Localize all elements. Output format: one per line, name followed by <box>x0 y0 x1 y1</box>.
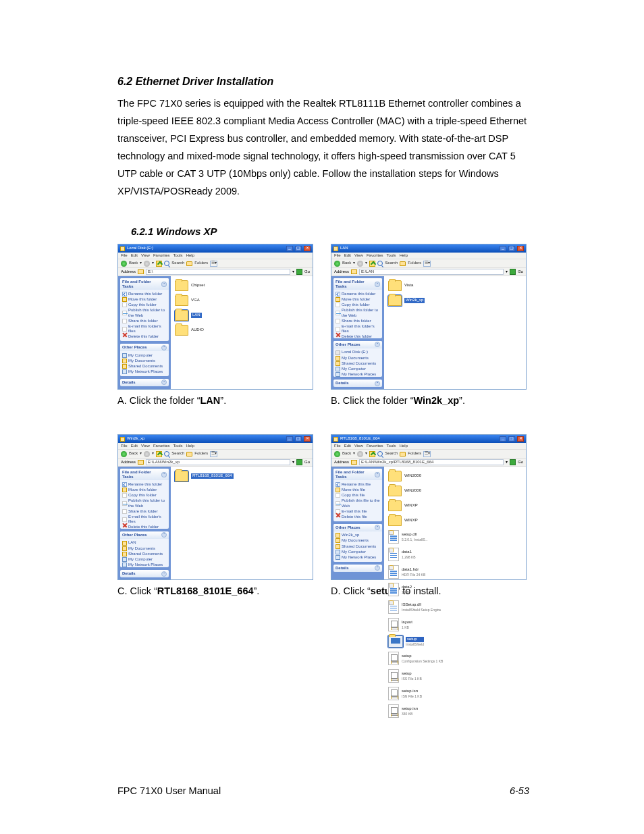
chevron-up-icon[interactable]: ˄ <box>161 532 167 538</box>
maximize-button[interactable]: ▢ <box>295 246 302 251</box>
content-item[interactable]: WIN2000 <box>388 471 452 481</box>
content-item[interactable]: setup.isn ISN File 1 KB <box>388 687 452 700</box>
folders-icon[interactable] <box>186 261 192 266</box>
place-item[interactable]: Win2k_xp <box>336 533 380 538</box>
title-bar[interactable]: RTL8168_8101E_664 _ ▢ ✕ <box>331 435 526 443</box>
task-item[interactable]: Rename this folder <box>122 481 167 487</box>
folders-label[interactable]: Folders <box>408 451 421 456</box>
address-input[interactable]: E:\LAN\Win2k_xp\RTL8168_8101E_664 <box>359 459 504 465</box>
folders-icon[interactable] <box>186 452 192 457</box>
content-item[interactable]: setup.isn 330 KB <box>388 704 452 718</box>
back-icon[interactable] <box>334 261 340 267</box>
task-item[interactable]: E-mail this folder's files <box>336 324 380 334</box>
place-item[interactable]: My Network Places <box>336 372 380 377</box>
place-item[interactable]: My Computer <box>122 557 167 563</box>
content-pane[interactable]: Vista Win2k_xp <box>384 276 526 389</box>
task-item[interactable]: Rename this file <box>336 481 380 487</box>
place-item[interactable]: My Documents <box>336 355 380 361</box>
back-icon[interactable] <box>121 261 127 267</box>
content-item[interactable]: layout 1 KB <box>388 618 452 631</box>
menu-item[interactable]: Tools <box>387 444 396 448</box>
menu-item[interactable]: File <box>334 444 341 448</box>
title-bar[interactable]: Win2k_xp _ ▢ ✕ <box>118 435 313 443</box>
content-item[interactable]: ISSetup.dll InstallShield Setup Engine <box>388 600 452 614</box>
menu-item[interactable]: Edit <box>131 253 138 258</box>
go-label[interactable]: Go <box>518 269 523 274</box>
place-item[interactable]: Shared Documents <box>336 361 380 366</box>
task-item[interactable]: Copy this folder <box>122 303 167 308</box>
chevron-up-icon[interactable]: ˄ <box>161 472 167 477</box>
menu-item[interactable]: Tools <box>387 253 396 258</box>
search-icon[interactable] <box>164 451 169 457</box>
content-item[interactable]: setup Configuration Settings 1 KB <box>388 652 452 665</box>
task-item[interactable]: E-mail this folder's files <box>122 324 167 334</box>
search-label[interactable]: Search <box>171 261 184 265</box>
task-item[interactable]: Share this folder <box>122 509 167 514</box>
close-button[interactable]: ✕ <box>517 436 524 442</box>
go-icon[interactable] <box>510 459 516 465</box>
menu-item[interactable]: View <box>141 444 150 448</box>
content-pane[interactable]: WIN2000 WIN2000 WINXP WINXP <box>384 467 526 579</box>
place-item[interactable]: Shared Documents <box>336 544 380 549</box>
content-item[interactable]: setup InstallShield <box>388 635 452 648</box>
title-bar[interactable]: Local Disk (E:) _ ▢ ✕ <box>118 244 313 253</box>
place-item[interactable]: My Network Places <box>122 369 167 375</box>
menu-item[interactable]: Favorites <box>367 253 383 258</box>
maximize-button[interactable]: ▢ <box>508 436 515 442</box>
close-button[interactable]: ✕ <box>304 436 311 442</box>
go-label[interactable]: Go <box>304 269 310 274</box>
menu-item[interactable]: Favorites <box>367 444 383 448</box>
chevron-down-icon[interactable]: ˅ <box>375 565 380 571</box>
place-item[interactable]: My Documents <box>122 358 167 363</box>
task-item[interactable]: Publish this folder to the Web <box>122 308 167 318</box>
menu-item[interactable]: File <box>334 253 341 258</box>
place-item[interactable]: My Network Places <box>336 554 380 560</box>
close-button[interactable]: ✕ <box>304 246 311 251</box>
back-label[interactable]: Back <box>342 451 351 456</box>
folders-label[interactable]: Folders <box>194 261 208 265</box>
menu-item[interactable]: Favorites <box>153 444 170 448</box>
place-item[interactable]: Local Disk (E:) <box>336 350 380 355</box>
task-item[interactable]: Delete this folder <box>122 334 167 340</box>
up-icon[interactable] <box>156 451 162 457</box>
menu-item[interactable]: Tools <box>173 444 183 448</box>
task-item[interactable]: Move this file <box>336 488 380 493</box>
menu-item[interactable]: Help <box>186 444 194 448</box>
maximize-button[interactable]: ▢ <box>508 246 515 251</box>
content-item[interactable]: WINXP <box>388 515 452 526</box>
menu-item[interactable]: File <box>121 444 128 448</box>
chevron-up-icon[interactable]: ˄ <box>161 282 167 287</box>
go-icon[interactable] <box>510 269 516 275</box>
menu-item[interactable]: View <box>354 253 363 258</box>
content-pane[interactable]: RTL8168_8101E_664 <box>171 467 313 579</box>
folders-label[interactable]: Folders <box>408 261 421 265</box>
place-item[interactable]: My Computer <box>122 353 167 358</box>
minimize-button[interactable]: _ <box>286 246 293 251</box>
search-label[interactable]: Search <box>385 451 398 456</box>
task-item[interactable]: Share this folder <box>122 318 167 323</box>
views-button[interactable]: ☰▾ <box>210 261 217 267</box>
place-item[interactable]: My Computer <box>336 367 380 372</box>
menu-item[interactable]: Tools <box>173 253 183 258</box>
back-label[interactable]: Back <box>129 451 138 456</box>
back-icon[interactable] <box>121 451 127 457</box>
content-item[interactable]: VGA <box>175 295 238 306</box>
address-input[interactable]: E:\LAN <box>359 269 504 275</box>
go-icon[interactable] <box>296 459 302 465</box>
menu-item[interactable]: Help <box>186 253 194 258</box>
go-label[interactable]: Go <box>518 460 523 465</box>
content-item[interactable]: AUDIO <box>175 325 238 336</box>
search-icon[interactable] <box>164 261 169 266</box>
place-item[interactable]: Shared Documents <box>122 363 167 369</box>
menu-item[interactable]: Edit <box>344 253 351 258</box>
menu-item[interactable]: Help <box>400 444 408 448</box>
task-item[interactable]: Delete this folder <box>336 334 380 338</box>
menu-item[interactable]: View <box>354 444 363 448</box>
content-item[interactable]: LAN <box>175 310 238 321</box>
content-item[interactable]: WIN2000 <box>388 486 452 496</box>
forward-icon[interactable] <box>144 451 150 457</box>
content-item[interactable]: setup ISS File 1 KB <box>388 669 452 683</box>
up-icon[interactable] <box>369 451 375 457</box>
content-item[interactable]: Chipset <box>175 280 238 291</box>
back-label[interactable]: Back <box>342 261 351 265</box>
